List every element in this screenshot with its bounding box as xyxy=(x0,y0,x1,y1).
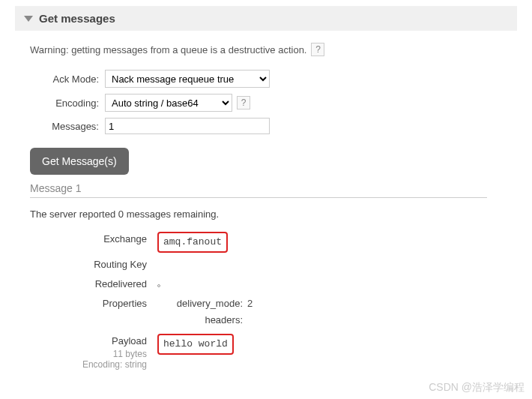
exchange-row: Exchange amq.fanout xyxy=(30,232,517,253)
messages-row: Messages: xyxy=(30,118,517,134)
routing-key-label: Routing Key xyxy=(30,257,157,272)
payload-encoding: Encoding: string xyxy=(30,359,147,370)
message-header: Message 1 xyxy=(30,182,487,198)
payload-row: Payload 11 bytes Encoding: string hello … xyxy=(30,334,517,370)
warning-text: Warning: getting messages from a queue i… xyxy=(30,44,306,56)
delivery-mode-val: 2 xyxy=(247,296,253,311)
encoding-label: Encoding: xyxy=(30,98,105,109)
properties-label: Properties xyxy=(30,296,157,311)
encoding-help-icon[interactable]: ? xyxy=(237,96,250,110)
messages-input[interactable] xyxy=(105,118,270,134)
chevron-down-icon xyxy=(24,16,33,22)
payload-label: Payload xyxy=(30,334,147,349)
get-messages-button[interactable]: Get Message(s) xyxy=(30,148,129,175)
properties-value: delivery_mode: 2 headers: xyxy=(157,296,253,329)
server-report: The server reported 0 messages remaining… xyxy=(30,208,517,220)
messages-label: Messages: xyxy=(30,121,105,132)
warning-row: Warning: getting messages from a queue i… xyxy=(30,43,517,56)
redelivered-label: Redelivered xyxy=(30,277,157,292)
server-report-suffix: messages remaining. xyxy=(124,208,219,220)
delivery-mode-key: delivery_mode: xyxy=(157,296,247,311)
section-title: Get messages xyxy=(39,12,115,25)
circle-icon xyxy=(157,284,160,287)
watermark: CSDN @浩泽学编程 xyxy=(429,381,525,394)
redelivered-row: Redelivered xyxy=(30,277,517,292)
payload-value: hello world xyxy=(157,334,234,355)
redelivered-value xyxy=(157,277,160,292)
properties-row: Properties delivery_mode: 2 headers: xyxy=(30,296,517,329)
exchange-label: Exchange xyxy=(30,232,157,247)
section-content: Warning: getting messages from a queue i… xyxy=(15,31,517,370)
ack-mode-select[interactable]: Nack message requeue true xyxy=(105,70,270,88)
headers-key: headers: xyxy=(157,313,247,328)
ack-mode-label: Ack Mode: xyxy=(30,74,105,85)
routing-key-row: Routing Key xyxy=(30,257,517,272)
ack-mode-row: Ack Mode: Nack message requeue true xyxy=(30,70,517,88)
section-header[interactable]: Get messages xyxy=(15,6,517,31)
payload-bytes: 11 bytes xyxy=(30,349,147,359)
encoding-select[interactable]: Auto string / base64 xyxy=(105,94,232,112)
server-report-count: 0 xyxy=(118,208,124,220)
server-report-prefix: The server reported xyxy=(30,208,118,220)
exchange-value: amq.fanout xyxy=(157,232,228,253)
encoding-row: Encoding: Auto string / base64 ? xyxy=(30,94,517,112)
help-icon[interactable]: ? xyxy=(311,43,324,56)
payload-label-group: Payload 11 bytes Encoding: string xyxy=(30,334,157,370)
